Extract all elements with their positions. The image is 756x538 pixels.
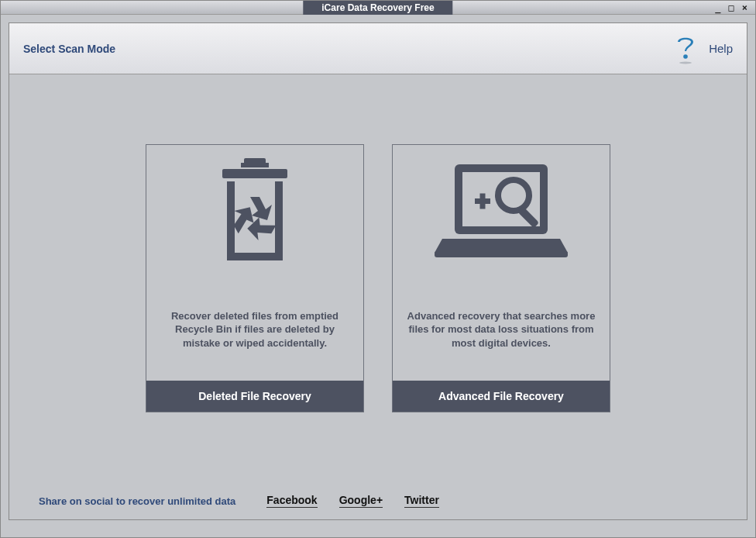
- share-text: Share on social to recover unlimited dat…: [39, 495, 235, 507]
- minimize-button[interactable]: _: [715, 2, 720, 13]
- close-button[interactable]: ×: [742, 2, 747, 13]
- twitter-link[interactable]: Twitter: [404, 494, 439, 508]
- advanced-card-description: Advanced recovery that searches more fil…: [393, 278, 610, 381]
- svg-rect-4: [222, 169, 287, 178]
- page-title: Select Scan Mode: [23, 43, 115, 55]
- social-links: Facebook Google+ Twitter: [266, 494, 439, 508]
- advanced-card-title: Advanced File Recovery: [393, 381, 610, 412]
- svg-rect-5: [227, 181, 235, 259]
- svg-point-0: [683, 54, 688, 59]
- svg-rect-7: [227, 253, 283, 260]
- deleted-card-title: Deleted File Recovery: [146, 381, 363, 412]
- help-label: Help: [709, 42, 733, 55]
- deleted-card-description: Recover deleted files from emptied Recyc…: [146, 278, 363, 381]
- app-window: iCare Data Recovery Free _ □ × Select Sc…: [0, 0, 756, 538]
- maximize-button[interactable]: □: [729, 2, 734, 13]
- laptop-search-icon: [393, 145, 610, 278]
- window-controls: _ □ ×: [715, 1, 747, 15]
- svg-rect-3: [241, 163, 269, 167]
- recycle-bin-icon: [146, 145, 363, 278]
- advanced-file-recovery-card[interactable]: Advanced recovery that searches more fil…: [392, 144, 610, 412]
- svg-rect-12: [480, 194, 486, 209]
- deleted-file-recovery-card[interactable]: Recover deleted files from emptied Recyc…: [146, 144, 364, 412]
- svg-rect-6: [275, 181, 283, 259]
- header-bar: Select Scan Mode Help: [9, 23, 747, 74]
- window-title: iCare Data Recovery Free: [303, 1, 452, 15]
- svg-point-1: [679, 61, 692, 64]
- bottom-bar: Share on social to recover unlimited dat…: [9, 482, 747, 519]
- content-frame: Select Scan Mode Help: [9, 22, 747, 520]
- facebook-link[interactable]: Facebook: [266, 494, 317, 508]
- help-button[interactable]: Help: [673, 33, 733, 64]
- google-plus-link[interactable]: Google+: [339, 494, 383, 508]
- titlebar: iCare Data Recovery Free _ □ ×: [1, 1, 755, 15]
- svg-rect-10: [435, 251, 568, 257]
- main-area: Recover deleted files from emptied Recyc…: [9, 74, 747, 482]
- help-icon: [673, 33, 698, 64]
